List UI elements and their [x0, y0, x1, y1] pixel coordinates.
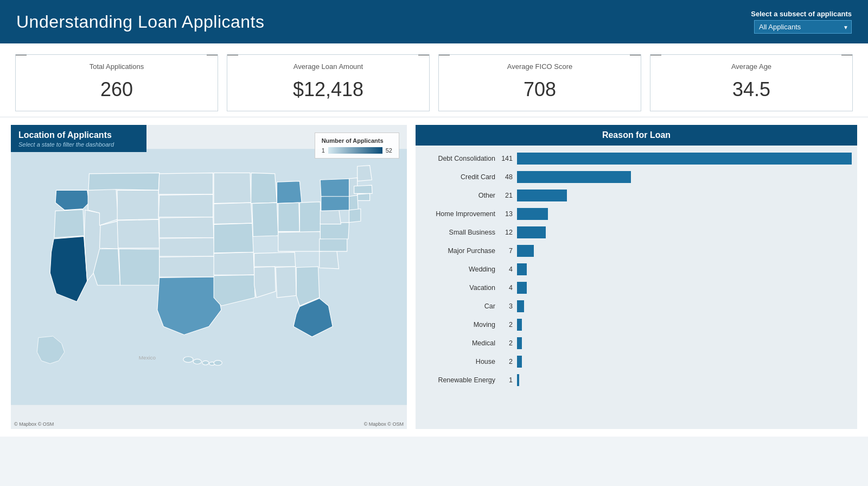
- kpi-label: Average Loan Amount: [238, 62, 418, 71]
- state-ct-ri[interactable]: [358, 193, 370, 200]
- bar-row[interactable]: Vacation 4: [421, 280, 852, 295]
- state-mn[interactable]: [214, 173, 251, 203]
- us-map[interactable]: Mexico United: [11, 125, 407, 429]
- bar-track: [517, 263, 852, 275]
- bar-track: [517, 374, 852, 386]
- state-ne[interactable]: [159, 217, 214, 238]
- state-ma[interactable]: [354, 185, 372, 193]
- state-va[interactable]: [320, 223, 349, 239]
- state-oh[interactable]: [299, 202, 321, 232]
- bar-fill: [517, 356, 522, 368]
- bar-track: [517, 226, 852, 238]
- bar-row[interactable]: Home Improvement 13: [421, 206, 852, 222]
- state-il[interactable]: [252, 203, 278, 236]
- bar-label: Other: [421, 192, 500, 199]
- bar-row[interactable]: Major Purchase 7: [421, 243, 852, 258]
- map-attribution-right: © Mapbox © OSM: [364, 421, 404, 427]
- state-ia[interactable]: [214, 203, 252, 224]
- state-ca[interactable]: [50, 236, 87, 301]
- bar-count: 2: [500, 339, 517, 347]
- legend-max: 52: [386, 147, 392, 154]
- legend-title: Number of Applicants: [322, 137, 392, 144]
- bar-row[interactable]: Renewable Energy 1: [421, 373, 852, 388]
- legend-min: 1: [322, 147, 325, 154]
- bar-track: [517, 300, 852, 312]
- bar-count: 2: [500, 358, 517, 365]
- state-wy[interactable]: [117, 190, 158, 220]
- kpi-label: Average Age: [661, 62, 841, 71]
- bar-fill: [517, 245, 534, 257]
- state-co[interactable]: [117, 219, 159, 248]
- bar-label: Credit Card: [421, 173, 500, 181]
- kpi-value: 708: [450, 78, 630, 101]
- kpi-value: 34.5: [661, 78, 841, 101]
- state-or[interactable]: [54, 210, 85, 238]
- state-mi[interactable]: [277, 181, 302, 204]
- main-content: Location of Applicants Select a state to…: [0, 117, 868, 437]
- state-nd[interactable]: [158, 173, 213, 194]
- bar-count: 1: [500, 376, 517, 384]
- state-wi[interactable]: [251, 173, 277, 203]
- state-in[interactable]: [278, 203, 300, 231]
- svg-text:Mexico: Mexico: [139, 355, 156, 361]
- filter-select-wrapper[interactable]: All Applicants: [754, 20, 852, 34]
- map-subtitle: Select a state to filter the dashboard: [18, 141, 139, 148]
- bar-row[interactable]: Small Business 12: [421, 225, 852, 240]
- legend-bar: [328, 147, 382, 154]
- bar-row[interactable]: Moving 2: [421, 317, 852, 332]
- map-container[interactable]: Mexico United: [11, 125, 407, 429]
- bar-fill: [517, 226, 546, 238]
- bar-label: Vacation: [421, 284, 500, 292]
- chart-title: Reason for Loan: [416, 125, 857, 146]
- bar-label: Wedding: [421, 266, 500, 273]
- bar-label: Medical: [421, 339, 500, 347]
- applicant-filter-select[interactable]: All Applicants: [754, 20, 852, 34]
- state-ks[interactable]: [159, 238, 214, 256]
- state-tn[interactable]: [254, 252, 296, 267]
- bar-count: 12: [500, 229, 517, 236]
- bar-count: 21: [500, 192, 517, 199]
- state-mt[interactable]: [88, 173, 159, 190]
- bar-track: [517, 282, 852, 294]
- bar-fill: [517, 171, 631, 183]
- chart-body: Debt Consolidation 141 Credit Card 48 Ot…: [416, 146, 857, 429]
- bar-row[interactable]: Debt Consolidation 141: [421, 151, 852, 166]
- state-ok[interactable]: [159, 256, 215, 277]
- bar-count: 3: [500, 302, 517, 310]
- state-nm[interactable]: [119, 249, 159, 285]
- filter-section: Select a subsect of applicants All Appli…: [751, 10, 852, 34]
- state-nc[interactable]: [320, 238, 347, 251]
- state-ky[interactable]: [278, 231, 321, 251]
- state-me[interactable]: [358, 166, 372, 181]
- map-legend: Number of Applicants 1 52: [315, 132, 399, 159]
- state-ut[interactable]: [99, 221, 118, 249]
- bar-track: [517, 171, 852, 183]
- bar-fill: [517, 337, 522, 349]
- bar-track: [517, 245, 852, 257]
- state-ar[interactable]: [214, 252, 254, 275]
- kpi-value: $12,418: [238, 78, 418, 101]
- state-mo[interactable]: [214, 223, 253, 253]
- bar-track: [517, 337, 852, 349]
- bar-row[interactable]: Medical 2: [421, 336, 852, 351]
- state-sd[interactable]: [158, 194, 213, 217]
- bar-fill: [517, 319, 522, 331]
- state-nj[interactable]: [349, 195, 359, 210]
- page-header: Understanding Loan Applicants Select a s…: [0, 0, 868, 43]
- filter-label: Select a subsect of applicants: [751, 10, 852, 18]
- bar-count: 4: [500, 284, 517, 292]
- bar-row[interactable]: Car 3: [421, 299, 852, 314]
- bar-row[interactable]: Wedding 4: [421, 262, 852, 277]
- bar-label: Car: [421, 302, 500, 310]
- svg-point-4: [193, 359, 201, 364]
- state-de-md[interactable]: [349, 209, 361, 223]
- state-al[interactable]: [276, 267, 296, 298]
- bar-label: Major Purchase: [421, 247, 500, 255]
- state-wa[interactable]: [55, 190, 89, 210]
- bar-row[interactable]: House 2: [421, 354, 852, 369]
- state-sc[interactable]: [320, 250, 339, 269]
- state-pa[interactable]: [321, 195, 350, 211]
- bar-row[interactable]: Credit Card 48: [421, 169, 852, 185]
- bar-fill: [517, 190, 567, 201]
- bar-row[interactable]: Other 21: [421, 188, 852, 203]
